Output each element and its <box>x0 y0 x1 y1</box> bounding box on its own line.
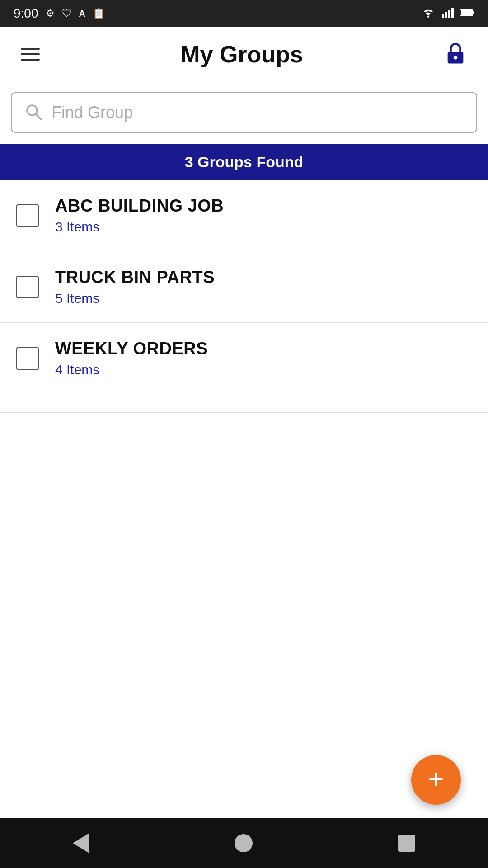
recents-button[interactable] <box>389 826 424 861</box>
group-count-2: 5 Items <box>55 291 215 306</box>
results-banner: 3 Groups Found <box>0 144 488 180</box>
menu-icon <box>21 59 40 61</box>
list-item: WEEKLY ORDERS 4 Items <box>0 323 488 394</box>
svg-rect-1 <box>442 14 444 18</box>
add-group-button[interactable]: + <box>411 755 461 805</box>
back-button[interactable] <box>64 824 98 862</box>
list-item: ABC BUILDING JOB 3 Items <box>0 180 488 251</box>
wifi-icon <box>421 8 436 19</box>
svg-rect-4 <box>451 8 454 18</box>
svg-rect-2 <box>445 12 447 18</box>
svg-point-0 <box>427 16 429 18</box>
menu-button[interactable] <box>16 43 44 65</box>
app-bar: My Groups <box>0 27 488 81</box>
svg-rect-7 <box>461 10 472 15</box>
search-container <box>0 81 488 144</box>
group-checkbox-3[interactable] <box>16 347 39 370</box>
group-count-1: 3 Items <box>55 219 224 235</box>
status-bar: 9:00 ⚙ 🛡 A 📋 <box>0 0 488 27</box>
group-name-3: WEEKLY ORDERS <box>55 339 208 359</box>
shield-icon: 🛡 <box>62 8 72 19</box>
signal-icon <box>442 8 454 19</box>
battery-icon <box>460 9 474 19</box>
group-checkbox-1[interactable] <box>16 204 39 227</box>
font-icon: A <box>79 9 85 19</box>
group-info-2: TRUCK BIN PARTS 5 Items <box>55 268 215 306</box>
lock-button[interactable] <box>439 37 472 71</box>
group-name-2: TRUCK BIN PARTS <box>55 268 215 287</box>
results-count: 3 Groups Found <box>185 153 304 171</box>
svg-line-11 <box>36 114 41 119</box>
group-list: ABC BUILDING JOB 3 Items TRUCK BIN PARTS… <box>0 180 488 394</box>
svg-rect-6 <box>473 11 474 14</box>
lock-icon <box>444 42 467 65</box>
clipboard-icon: 📋 <box>93 8 105 19</box>
group-count-3: 4 Items <box>55 362 208 377</box>
menu-icon <box>21 48 40 50</box>
svg-point-9 <box>454 56 458 60</box>
status-time: 9:00 <box>14 6 38 21</box>
search-input[interactable] <box>52 103 464 122</box>
group-info-1: ABC BUILDING JOB 3 Items <box>55 196 224 235</box>
search-icon <box>24 103 42 123</box>
add-icon: + <box>428 765 444 793</box>
page-title: My Groups <box>180 41 303 68</box>
menu-icon <box>21 53 40 55</box>
svg-rect-3 <box>448 10 450 18</box>
list-divider <box>0 412 488 413</box>
recents-icon <box>398 835 415 852</box>
group-info-3: WEEKLY ORDERS 4 Items <box>55 339 208 377</box>
list-item: TRUCK BIN PARTS 5 Items <box>0 251 488 323</box>
search-box <box>11 92 477 133</box>
back-icon <box>73 833 89 853</box>
home-icon <box>235 834 253 852</box>
bottom-nav <box>0 818 488 868</box>
home-button[interactable] <box>225 825 262 861</box>
group-name-1: ABC BUILDING JOB <box>55 196 224 216</box>
group-checkbox-2[interactable] <box>16 276 39 298</box>
settings-icon: ⚙ <box>46 8 55 19</box>
